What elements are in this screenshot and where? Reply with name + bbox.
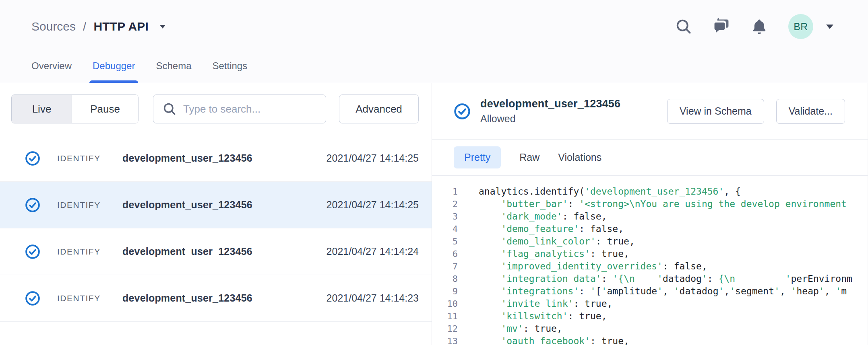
code-line: 9 'integrations': '['amplitude', 'datado…	[432, 285, 868, 298]
event-name: development_user_123456	[122, 152, 252, 164]
search-input[interactable]	[183, 103, 317, 115]
line-content: 'integration_data': '{\n 'datadog': {\n …	[458, 273, 852, 285]
line-content: 'invite_link': true,	[458, 298, 612, 310]
allowed-check-icon	[454, 103, 471, 120]
view-in-schema-button[interactable]: View in Schema	[667, 99, 764, 124]
code-line: 12 'mv': true,	[432, 322, 868, 335]
code-line: 1 analytics.identify('development_user_1…	[432, 185, 868, 198]
line-number: 7	[432, 260, 458, 273]
avatar[interactable]: BR	[788, 14, 813, 39]
breadcrumb: Sources / HTTP API	[31, 20, 165, 33]
code-line: 2 'butter_bar': '<strong>\nYou are using…	[432, 198, 868, 210]
detail-buttons: View in Schema Validate...	[667, 99, 845, 124]
tab-schema[interactable]: Schema	[156, 60, 191, 83]
code-line: 8 'integration_data': '{\n 'datadog': {\…	[432, 273, 868, 285]
line-content: 'mv': true,	[458, 322, 562, 335]
event-timestamp: 2021/04/27 14:14:24	[327, 246, 419, 257]
user-menu-caret-icon[interactable]	[826, 25, 833, 29]
line-number: 3	[432, 210, 458, 223]
code-line: 5 'demo_link_color': true,	[432, 235, 868, 248]
line-number: 1	[432, 185, 458, 198]
line-content: analytics.identify('development_user_123…	[458, 185, 741, 198]
breadcrumb-current-source: HTTP API	[93, 20, 149, 33]
event-list: IDENTIFY development_user_123456 2021/04…	[0, 135, 432, 345]
line-number: 9	[432, 285, 458, 298]
event-name: development_user_123456	[122, 246, 252, 257]
event-row[interactable]: IDENTIFY development_user_123456 2021/04…	[0, 135, 432, 182]
code-line: 4 'demo_feature': false,	[432, 223, 868, 235]
event-name: development_user_123456	[122, 199, 252, 211]
detail-tabs: PrettyRawViolations	[432, 140, 868, 176]
debugger-controls: Live Pause Advanced	[0, 83, 432, 135]
event-type-label: IDENTIFY	[57, 247, 122, 257]
event-check-icon	[25, 244, 40, 259]
search-input-icon	[162, 102, 177, 116]
code-line: 10 'invite_link': true,	[432, 298, 868, 310]
search-icon[interactable]	[675, 18, 692, 35]
event-search-box	[153, 94, 326, 123]
detail-event-title: development_user_123456	[480, 98, 620, 110]
line-number: 11	[432, 310, 458, 322]
detail-tab-violations[interactable]: Violations	[558, 146, 601, 168]
line-content: 'butter_bar': '<strong>\nYou are using t…	[458, 198, 847, 210]
topbar-icons: BR	[675, 14, 833, 39]
line-number: 8	[432, 273, 458, 285]
code-line: 3 'dark_mode': false,	[432, 210, 868, 223]
detail-tab-raw[interactable]: Raw	[519, 146, 539, 168]
topbar-row: Sources / HTTP API	[0, 0, 868, 49]
event-row[interactable]: IDENTIFY development_user_123456 2021/04…	[0, 275, 432, 322]
event-type-label: IDENTIFY	[57, 154, 122, 163]
debugger-event-panel: Live Pause Advanced IDENTIFY development…	[0, 83, 432, 345]
source-switcher-caret-icon[interactable]	[160, 25, 165, 29]
event-timestamp: 2021/04/27 14:14:25	[327, 152, 419, 164]
live-pause-toggle: Live Pause	[11, 94, 138, 123]
live-button[interactable]: Live	[12, 95, 72, 123]
tab-debugger[interactable]: Debugger	[93, 60, 135, 83]
line-content: 'demo_feature': false,	[458, 223, 624, 235]
main-content: Live Pause Advanced IDENTIFY development…	[0, 83, 868, 345]
user-menu[interactable]: BR	[788, 14, 833, 39]
breadcrumb-sources-link[interactable]: Sources	[31, 20, 76, 33]
line-number: 13	[432, 335, 458, 345]
line-number: 6	[432, 248, 458, 260]
advanced-button[interactable]: Advanced	[339, 94, 419, 123]
event-check-icon	[25, 197, 40, 213]
event-timestamp: 2021/04/27 14:14:25	[327, 199, 419, 211]
topbar: Sources / HTTP API	[0, 0, 868, 83]
code-viewer[interactable]: 1 analytics.identify('development_user_1…	[432, 176, 868, 345]
detail-titles: development_user_123456 Allowed	[480, 98, 620, 125]
chat-icon[interactable]	[713, 18, 730, 35]
line-number: 10	[432, 298, 458, 310]
event-timestamp: 2021/04/27 14:14:23	[327, 292, 419, 304]
code-line: 6 'flag_analytics': true,	[432, 248, 868, 260]
event-name: development_user_123456	[122, 292, 252, 304]
event-check-icon	[25, 151, 40, 166]
event-type-label: IDENTIFY	[57, 294, 122, 303]
line-number: 4	[432, 223, 458, 235]
line-content: 'killswitch': true,	[458, 310, 607, 322]
event-row[interactable]: IDENTIFY development_user_123456 2021/04…	[0, 182, 432, 228]
code-line: 13 'oauth_facebook': true,	[432, 335, 868, 345]
code-line: 11 'killswitch': true,	[432, 310, 868, 322]
app-window: Sources / HTTP API	[0, 0, 868, 345]
detail-tab-pretty[interactable]: Pretty	[454, 146, 501, 168]
breadcrumb-separator: /	[83, 20, 86, 33]
event-row[interactable]: IDENTIFY development_user_123456 2021/04…	[0, 228, 432, 275]
line-content: 'demo_link_color': true,	[458, 235, 635, 248]
line-number: 12	[432, 322, 458, 335]
pause-button[interactable]: Pause	[72, 95, 138, 123]
nav-tabs: OverviewDebuggerSchemaSettings	[31, 60, 247, 83]
event-type-label: IDENTIFY	[57, 200, 122, 210]
tab-overview[interactable]: Overview	[31, 60, 72, 83]
event-check-icon	[25, 291, 40, 306]
bell-icon[interactable]	[750, 18, 768, 35]
validate-button[interactable]: Validate...	[776, 99, 845, 124]
tab-settings[interactable]: Settings	[213, 60, 248, 83]
code-line: 7 'improved_identity_overrides': false,	[432, 260, 868, 273]
detail-header: development_user_123456 Allowed View in …	[432, 83, 868, 140]
line-number: 5	[432, 235, 458, 248]
line-content: 'flag_analytics': true,	[458, 248, 629, 260]
line-content: 'oauth_facebook': true,	[458, 335, 629, 345]
line-number: 2	[432, 198, 458, 210]
line-content: 'integrations': '['amplitude', 'datadog'…	[458, 285, 847, 298]
